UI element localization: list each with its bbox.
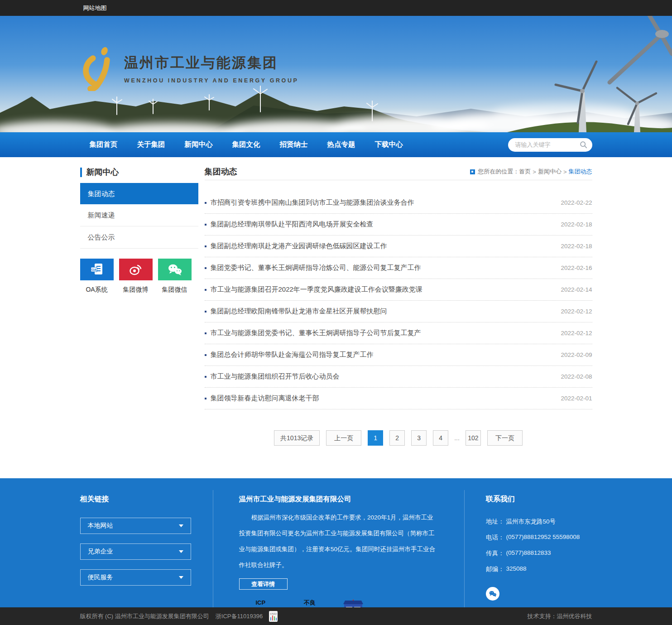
news-section: 集团动态 您所在的位置： 首页 > 新闻中心 > 集团动态 市招商引资专班携中国… (205, 163, 592, 446)
cnzz-stats-icon[interactable]: cnzz (269, 611, 278, 622)
news-row: 市工业与能源集团组织召开节后收心动员会 2022-02-08 (205, 366, 592, 388)
fax-value: (0577)88812833 (506, 549, 551, 558)
news-link[interactable]: 集团领导新春走访慰问离退休老干部 (205, 394, 319, 403)
breadcrumb: 您所在的位置： 首页 > 新闻中心 > 集团动态 (470, 168, 592, 176)
breadcrumb-marker-icon (470, 169, 475, 174)
oa-document-icon: OA (89, 262, 105, 277)
nav-item-about[interactable]: 关于集团 (137, 140, 165, 149)
news-list: 市招商引资专班携中国南山集团到访市工业与能源集团洽谈业务合作 2022-02-2… (205, 192, 592, 409)
icp-badge-line1: ICP 经营 (255, 598, 271, 607)
page-button-1[interactable]: 1 (368, 430, 383, 446)
logo-mark-icon (80, 46, 115, 91)
news-date: 2022-02-01 (561, 395, 592, 402)
news-link[interactable]: 集团总会计师胡华带队赴金海蕴公司指导复工复产工作 (205, 351, 374, 359)
nav-item-home[interactable]: 集团首页 (90, 140, 118, 149)
contact-phone: 电话： (0577)88812952 55598008 (486, 534, 592, 542)
contact-title: 联系我们 (486, 495, 592, 504)
view-details-button[interactable]: 查看详情 (239, 578, 288, 590)
news-date: 2022-02-08 (561, 373, 592, 380)
news-row: 市招商引资专班携中国南山集团到访市工业与能源集团洽谈业务合作 2022-02-2… (205, 192, 592, 214)
news-date: 2022-02-14 (561, 286, 592, 293)
news-link[interactable]: 集团副总经理南琪带队赴平阳西湾风电场开展安全检查 (205, 220, 374, 229)
footer-wechat-button[interactable] (486, 587, 499, 601)
sidebar: 新闻中心 集团动态 新闻速递 公告公示 OA (80, 163, 198, 446)
footer-about-column: 温州市工业与能源发展集团有限公司 根据温州市深化市级国企改革的工作要求，2020… (213, 490, 465, 607)
contact-address: 地址： 温州市东龙路50号 (486, 518, 592, 526)
news-link[interactable]: 市招商引资专班携中国南山集团到访市工业与能源集团洽谈业务合作 (205, 198, 414, 207)
weibo-label: 集团微博 (119, 286, 153, 294)
nav-item-culture[interactable]: 集团文化 (232, 140, 260, 149)
weibo-link[interactable]: 集团微博 (119, 259, 153, 294)
sidebar-quick-links: OA OA系统 集团微博 (80, 259, 198, 294)
news-date: 2022-02-22 (561, 199, 592, 206)
sidebar-item-group-news[interactable]: 集团动态 (80, 183, 198, 204)
page-button-4[interactable]: 4 (433, 430, 448, 446)
news-link[interactable]: 集团党委书记、董事长王炯调研指导冶炼公司、能源公司复工复产工作 (205, 264, 421, 272)
sidebar-item-announcements[interactable]: 公告公示 (80, 226, 198, 249)
company-logo[interactable]: 温州市工业与能源集团 WENZHOU INDUSTRY AND ENERGY G… (80, 46, 299, 91)
news-row: 市工业与能源集团党委书记、董事长王炯调研指导子公司节后复工复产 2022-02-… (205, 322, 592, 344)
prev-page-button[interactable]: 上一页 (326, 430, 361, 446)
record-count: 共1013记录 (274, 430, 320, 446)
page-button-2[interactable]: 2 (389, 430, 405, 446)
breadcrumb-section[interactable]: 新闻中心 (538, 168, 562, 176)
news-link[interactable]: 市工业与能源集团党委书记、董事长王炯调研指导子公司节后复工复产 (205, 329, 421, 337)
bad-info-report-badge[interactable]: 不良信息 举报中心 (287, 598, 318, 607)
certification-badges: ICP 经营 许可证 不良信息 举报中心 (239, 598, 439, 607)
wechat-icon (488, 590, 497, 598)
news-row: 市工业与能源集团召开2022年一季度党风廉政建设工作会议暨廉政党课 2022-0… (205, 279, 592, 301)
icp-license-badge[interactable]: ICP 经营 许可证 (239, 598, 271, 607)
wechat-link[interactable]: 集团微信 (158, 259, 192, 294)
main-nav: 集团首页 关于集团 新闻中心 集团文化 招贤纳士 热点专题 下载中心 (0, 132, 672, 157)
brand-name-cn: 温州市工业与能源集团 (124, 53, 299, 72)
news-date: 2022-02-12 (561, 308, 592, 315)
breadcrumb-home[interactable]: 首页 (519, 168, 531, 176)
public-services-dropdown[interactable]: 便民服务 (80, 569, 191, 586)
news-link[interactable]: 集团副总经理南琪赴龙港产业园调研绿色低碳园区建设工作 (205, 242, 387, 250)
topbar: 网站地图 (0, 0, 672, 16)
chevron-down-icon (179, 550, 183, 553)
nav-item-topics[interactable]: 热点专题 (327, 140, 355, 149)
phone-label: 电话： (486, 534, 504, 542)
news-row: 集团总会计师胡华带队赴金海蕴公司指导复工复产工作 2022-02-09 (205, 344, 592, 366)
tech-support-text: 技术支持：温州优谷科技 (528, 612, 592, 620)
search-box (508, 138, 592, 152)
news-row: 集团领导新春走访慰问离退休老干部 2022-02-01 (205, 388, 592, 409)
news-row: 集团副总经理南琪带队赴平阳西湾风电场开展安全检查 2022-02-18 (205, 214, 592, 236)
sidebar-title: 新闻中心 (80, 168, 198, 177)
pagination: 共1013记录 上一页 1 2 3 4 ... 102 下一页 (205, 430, 592, 446)
report-badge-line1: 不良信息 (304, 598, 318, 607)
local-sites-dropdown[interactable]: 本地网站 (80, 518, 191, 534)
news-link[interactable]: 市工业与能源集团召开2022年一季度党风廉政建设工作会议暨廉政党课 (205, 285, 422, 294)
nav-item-news[interactable]: 新闻中心 (185, 140, 213, 149)
breadcrumb-prefix: 您所在的位置： (478, 168, 519, 176)
news-link[interactable]: 市工业与能源集团组织召开节后收心动员会 (205, 372, 340, 381)
search-input[interactable] (514, 141, 580, 149)
page-title: 集团动态 (205, 166, 237, 177)
news-date: 2022-02-18 (561, 243, 592, 250)
zip-label: 邮编： (486, 565, 504, 573)
address-label: 地址： (486, 518, 504, 526)
related-links-title: 相关链接 (80, 495, 191, 504)
header-banner: 温州市工业与能源集团 WENZHOU INDUSTRY AND ENERGY G… (0, 16, 672, 132)
sidebar-item-news-express[interactable]: 新闻速递 (80, 204, 198, 226)
news-date: 2022-02-12 (561, 330, 592, 337)
nav-item-download[interactable]: 下载中心 (375, 140, 403, 149)
sister-companies-dropdown[interactable]: 兄弟企业 (80, 543, 191, 560)
news-link[interactable]: 集团副总经理欧阳南锋带队赴龙港市金星社区开展帮扶慰问 (205, 307, 387, 316)
news-date: 2022-02-09 (561, 351, 592, 358)
breadcrumb-current[interactable]: 集团动态 (569, 168, 592, 176)
oa-system-link[interactable]: OA OA系统 (80, 259, 114, 294)
local-sites-label: 本地网站 (88, 522, 113, 530)
public-services-label: 便民服务 (88, 573, 113, 582)
sitemap-link[interactable]: 网站地图 (83, 4, 107, 12)
nav-item-recruit[interactable]: 招贤纳士 (280, 140, 308, 149)
search-icon[interactable] (580, 141, 587, 149)
rumor-report-badge[interactable]: 温州辟谣举报网 (333, 600, 423, 607)
page-button-102[interactable]: 102 (466, 430, 481, 446)
next-page-button[interactable]: 下一页 (487, 430, 523, 446)
chevron-down-icon (179, 576, 183, 579)
page-button-3[interactable]: 3 (411, 430, 427, 446)
fax-label: 传真： (486, 549, 504, 558)
news-row: 集团副总经理南琪赴龙港产业园调研绿色低碳园区建设工作 2022-02-18 (205, 236, 592, 257)
